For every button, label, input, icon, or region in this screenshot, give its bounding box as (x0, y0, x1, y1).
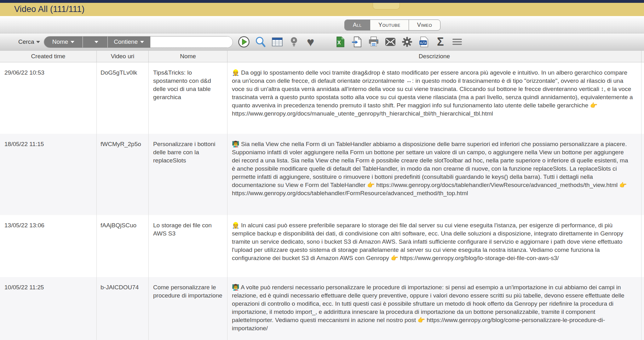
export-excel-icon[interactable]: X (334, 36, 346, 48)
table-row[interactable]: 10/05/22 11:25 b-JAICDOU74 Come personal… (0, 277, 644, 340)
import-file-icon[interactable] (351, 36, 363, 48)
menu-icon[interactable] (451, 36, 463, 48)
operator-selector[interactable]: Contiene (108, 37, 151, 48)
chevron-down-icon (71, 41, 74, 43)
cell-edge (641, 62, 644, 134)
cell-video-uri: DoG5gTLv0lk (97, 62, 149, 134)
tab-vimeo[interactable]: Vimeo (409, 20, 440, 30)
gear-icon[interactable] (401, 36, 413, 48)
window-top-strip (0, 0, 644, 3)
cell-nome: Tips&Tricks: lo spostamento con d&d dell… (149, 62, 227, 134)
field-selector[interactable]: Nome (44, 37, 83, 48)
export-code-icon[interactable]: </> (418, 36, 430, 48)
cell-descrizione: 👨‍🏫 Sia nella View che nella Form di un … (227, 134, 641, 215)
cell-edge (641, 277, 644, 340)
cell-descrizione: 👨‍🏫 A volte può rendersi necessario pers… (227, 277, 641, 340)
mail-icon[interactable] (384, 36, 396, 48)
run-icon[interactable] (238, 36, 250, 48)
search-mode-label: Cerca (18, 38, 34, 45)
cell-created-time: 10/05/22 11:25 (0, 277, 97, 340)
table-row[interactable]: 29/06/22 10:53 DoG5gTLv0lk Tips&Tricks: … (0, 62, 644, 134)
page-header: Video All (111/111) (0, 3, 644, 16)
table-view-icon[interactable] (271, 36, 283, 48)
search-icon[interactable] (255, 36, 267, 48)
cell-video-uri: b-JAICDOU74 (97, 277, 149, 340)
favorite-heart-icon[interactable]: ♥ (305, 36, 317, 48)
column-header-created-time[interactable]: Created time (0, 51, 97, 62)
table-header: Created time Video uri Nome Descrizione (0, 50, 644, 62)
column-header-descrizione[interactable]: Descrizione (227, 51, 641, 62)
sum-icon[interactable]: Σ (434, 36, 446, 48)
column-header-nome[interactable]: Nome (149, 51, 227, 62)
chevron-down-icon (36, 41, 40, 43)
page-title: Video All (111/111) (14, 4, 84, 14)
column-header-video-uri[interactable]: Video uri (97, 51, 149, 62)
table-row[interactable]: 18/05/22 11:15 fWCMyR_2p5o Personalizzar… (0, 134, 644, 215)
operator-selector-label: Contiene (114, 38, 138, 45)
lightbulb-icon[interactable] (288, 36, 300, 48)
secondary-selector[interactable] (83, 37, 107, 48)
cell-nome: Personalizzare i bottoni delle barre con… (149, 134, 227, 215)
cell-created-time: 13/05/22 13:06 (0, 215, 97, 277)
panel-pull-tab[interactable] (373, 3, 400, 9)
cell-nome: Lo storage dei file con AWS S3 (149, 215, 227, 277)
cell-edge (641, 134, 644, 215)
column-header-edge (641, 51, 644, 62)
cell-nome: Come personalizzare le procedure di impo… (149, 277, 227, 340)
cell-video-uri: fAAjBQjSCuo (97, 215, 149, 277)
cell-descrizione: 👷 In alcuni casi può essere preferibile … (227, 215, 641, 277)
cell-created-time: 18/05/22 11:15 (0, 134, 97, 215)
print-icon[interactable] (368, 36, 380, 48)
cell-descrizione: 👷 Da oggi lo spostamento delle voci tram… (227, 62, 641, 134)
svg-text:</>: </> (420, 41, 426, 45)
cell-created-time: 29/06/22 10:53 (0, 62, 97, 134)
search-mode-dropdown[interactable]: Cerca (18, 38, 40, 45)
tab-all[interactable]: All (345, 20, 370, 30)
tab-youtube[interactable]: Youtube (370, 20, 409, 30)
chevron-down-icon (95, 41, 98, 43)
cell-video-uri: fWCMyR_2p5o (97, 134, 149, 215)
field-selector-label: Nome (52, 38, 68, 45)
search-input[interactable] (151, 37, 233, 48)
search-bar: Nome Contiene (44, 36, 233, 48)
cell-edge (641, 215, 644, 277)
chevron-down-icon (140, 41, 144, 43)
table-row[interactable]: 13/05/22 13:06 fAAjBQjSCuo Lo storage de… (0, 215, 644, 277)
toolbar: Cerca Nome Contiene (0, 33, 644, 50)
toolbar-icons: ♥ X (238, 36, 463, 48)
tab-band: All Youtube Vimeo (0, 16, 644, 33)
source-tabs: All Youtube Vimeo (344, 20, 440, 31)
svg-text:X: X (337, 40, 341, 45)
